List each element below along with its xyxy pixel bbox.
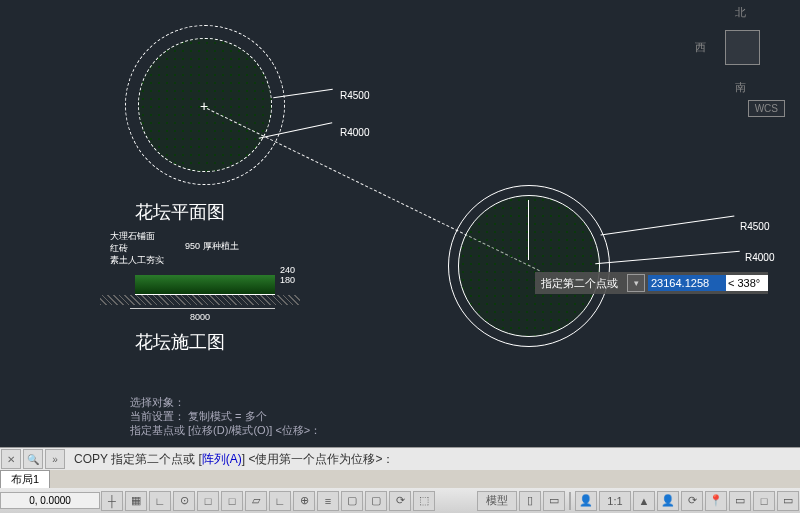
- hardware-accel[interactable]: ▭: [729, 491, 751, 511]
- title-plan: 花坛平面图: [135, 200, 225, 224]
- drawing-canvas[interactable]: 北 西 南 WCS + R4500 R4000 花坛平面图 R4500 R400…: [0, 0, 800, 420]
- distance-input[interactable]: [648, 275, 726, 291]
- command-history: 选择对象： 当前设置： 复制模式 = 多个 指定基点或 [位移(D)/模式(O)…: [130, 395, 321, 437]
- dynamic-input-tooltip: 指定第二个点或 ▾: [535, 272, 768, 294]
- soil-hatch: [100, 295, 300, 305]
- view-cube[interactable]: 北 西 南: [695, 5, 785, 95]
- viewcube-west[interactable]: 西: [695, 40, 706, 55]
- hist-line-3: 指定基点或 [位移(D)/模式(O)] <位移>：: [130, 423, 321, 437]
- hist-line-1: 选择对象：: [130, 395, 321, 409]
- coordinate-display[interactable]: 0, 0.0000: [0, 492, 100, 509]
- sect-label-3: 素土人工夯实: [110, 254, 164, 267]
- leader-3: [601, 216, 735, 236]
- workspace-switch[interactable]: ⟳: [681, 491, 703, 511]
- leader-4: [595, 251, 740, 265]
- dim-r4500b: R4500: [740, 221, 769, 232]
- am-toggle[interactable]: ⬚: [413, 491, 435, 511]
- dim-r4000: R4000: [340, 127, 369, 138]
- grass-hatch: [135, 275, 275, 295]
- dim-r4500: R4500: [340, 90, 369, 101]
- sect-d3: 8000: [190, 312, 210, 322]
- cmd-text1: 指定第二个点或 [: [111, 452, 202, 466]
- angle-input[interactable]: [726, 275, 768, 291]
- status-bar: 0, 0.0000 ┼ ▦ ∟ ⊙ □ □ ▱ ∟ ⊕ ≡ ▢ ▢ ⟳ ⬚ 模型…: [0, 488, 800, 513]
- hist-line-2: 当前设置： 复制模式 = 多个: [130, 409, 321, 423]
- center-mark-1: +: [200, 98, 208, 114]
- otrack-toggle[interactable]: ▱: [245, 491, 267, 511]
- cmd-text2: ] <使用第一个点作为位移>：: [242, 452, 395, 466]
- viewcube-north[interactable]: 北: [735, 5, 746, 20]
- layout-tabs[interactable]: 布局1: [0, 470, 800, 488]
- autoscale-toggle[interactable]: 👤: [657, 491, 679, 511]
- osnap-toggle[interactable]: □: [197, 491, 219, 511]
- grid-toggle[interactable]: ▦: [125, 491, 147, 511]
- toolbar-lock[interactable]: 📍: [705, 491, 727, 511]
- dyn-toggle[interactable]: ⊕: [293, 491, 315, 511]
- search-button[interactable]: 🔍: [23, 449, 43, 469]
- model-space-button[interactable]: 模型: [477, 491, 517, 511]
- 3dosnap-toggle[interactable]: □: [221, 491, 243, 511]
- wcs-label[interactable]: WCS: [748, 100, 785, 117]
- cmd-name: COPY: [74, 452, 108, 466]
- cmdline-icon: »: [45, 449, 65, 469]
- cursor-vline: [528, 200, 529, 260]
- circle-inner-2[interactable]: [458, 195, 600, 337]
- isolate-objects[interactable]: □: [753, 491, 775, 511]
- sect-d2: 180: [280, 275, 295, 285]
- qp-toggle[interactable]: ▢: [365, 491, 387, 511]
- sc-toggle[interactable]: ⟳: [389, 491, 411, 511]
- annoscale-icon[interactable]: 👤: [575, 491, 597, 511]
- command-input[interactable]: COPY 指定第二个点或 [阵列(A)] <使用第一个点作为位移>：: [66, 451, 800, 468]
- cmd-option-array[interactable]: 阵列(A): [202, 452, 242, 466]
- snap-toggle[interactable]: ┼: [101, 491, 123, 511]
- annotation-scale[interactable]: 1:1: [599, 491, 631, 511]
- command-line-bar[interactable]: ✕ 🔍 » COPY 指定第二个点或 [阵列(A)] <使用第一个点作为位移>：: [0, 447, 800, 470]
- separator: [569, 492, 571, 510]
- sect-d1: 240: [280, 265, 295, 275]
- quickview-layouts[interactable]: ▯: [519, 491, 541, 511]
- sect-label-4: 950 厚种植土: [185, 240, 239, 253]
- close-cmdline-button[interactable]: ✕: [1, 449, 21, 469]
- dim-r4000b: R4000: [745, 252, 774, 263]
- viewcube-face[interactable]: [725, 30, 760, 65]
- lwt-toggle[interactable]: ≡: [317, 491, 339, 511]
- prompt-options-icon[interactable]: ▾: [627, 274, 645, 292]
- viewcube-south[interactable]: 南: [735, 80, 746, 95]
- annovisibility-toggle[interactable]: ▲: [633, 491, 655, 511]
- title-section: 花坛施工图: [135, 330, 225, 354]
- dim-line-8000: [130, 308, 275, 309]
- clean-screen[interactable]: ▭: [777, 491, 799, 511]
- quickview-drawings[interactable]: ▭: [543, 491, 565, 511]
- tpy-toggle[interactable]: ▢: [341, 491, 363, 511]
- ducs-toggle[interactable]: ∟: [269, 491, 291, 511]
- ortho-toggle[interactable]: ∟: [149, 491, 171, 511]
- prompt-label: 指定第二个点或: [535, 276, 624, 291]
- polar-toggle[interactable]: ⊙: [173, 491, 195, 511]
- tab-layout1[interactable]: 布局1: [0, 470, 50, 488]
